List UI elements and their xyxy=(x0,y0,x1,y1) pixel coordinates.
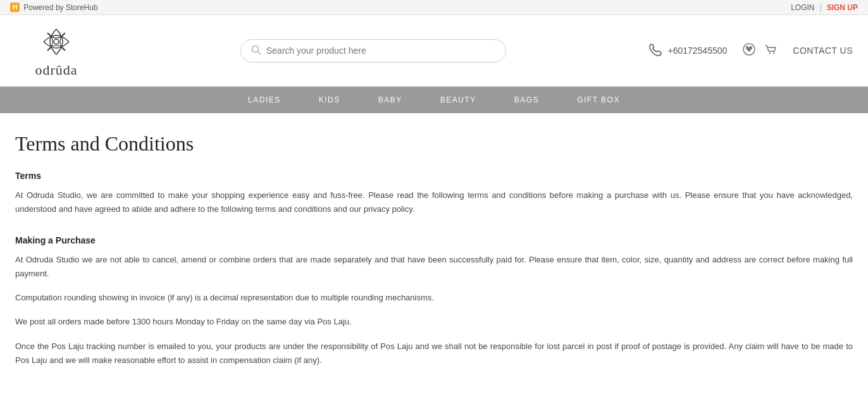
purchase-heading: Making a Purchase xyxy=(15,235,853,245)
storehub-badge: H xyxy=(10,3,20,12)
powered-by-text: Powered by StoreHub xyxy=(23,3,97,12)
terms-heading: Terms xyxy=(15,171,853,181)
phone-icon xyxy=(648,43,662,59)
nav-kids[interactable]: KIDS xyxy=(319,95,340,104)
powered-by-section: H Powered by StoreHub xyxy=(10,3,98,12)
contact-us-label[interactable]: CONTACT US xyxy=(793,46,853,56)
auth-links: LOGIN | SIGN UP xyxy=(791,3,858,12)
search-area xyxy=(110,39,636,63)
logo-area: odrûda xyxy=(15,23,97,78)
content-area: Terms and Conditions Terms At Odruda Stu… xyxy=(0,113,868,403)
purchase-body-1: At Odruda Studio we are not able to canc… xyxy=(15,253,853,281)
header: odrûda +60172545500 xyxy=(0,15,868,87)
nav-ladies[interactable]: LADIES xyxy=(248,95,281,104)
svg-point-4 xyxy=(769,52,771,53)
nav-baby[interactable]: BABY xyxy=(378,95,402,104)
terms-body: At Odruda Studio, we are committed to ma… xyxy=(15,188,853,216)
nav-gift-box[interactable]: GIFT BOX xyxy=(577,95,620,104)
nav-beauty[interactable]: BEAUTY xyxy=(440,95,476,104)
phone-number: +60172545500 xyxy=(667,46,727,56)
purchase-body-4: Once the Pos Laju tracking number is ema… xyxy=(15,340,853,367)
logo-icon xyxy=(37,23,75,61)
cart-icon[interactable] xyxy=(764,42,778,59)
svg-point-0 xyxy=(54,39,59,44)
purchase-body-3: We post all orders made before 1300 hour… xyxy=(15,315,853,329)
phone-area: +60172545500 xyxy=(648,43,727,59)
page-title: Terms and Conditions xyxy=(15,132,853,156)
header-icons xyxy=(742,42,778,59)
svg-point-5 xyxy=(773,52,774,53)
terms-section: Terms At Odruda Studio, we are committed… xyxy=(15,171,853,216)
search-box[interactable] xyxy=(240,39,506,63)
logo-text: odrûda xyxy=(35,62,77,78)
header-right: +60172545500 CONTACT US xyxy=(648,42,853,59)
purchase-body-2: Computation rounding showing in invoice … xyxy=(15,291,853,305)
search-input[interactable] xyxy=(266,46,495,56)
search-icon xyxy=(251,45,261,57)
signup-link[interactable]: SIGN UP xyxy=(827,3,858,12)
purchase-section: Making a Purchase At Odruda Studio we ar… xyxy=(15,235,853,367)
divider: | xyxy=(820,3,822,12)
login-link[interactable]: LOGIN xyxy=(791,3,814,12)
top-bar: H Powered by StoreHub LOGIN | SIGN UP xyxy=(0,0,868,15)
nav-bar: LADIES KIDS BABY BEAUTY BAGS GIFT BOX xyxy=(0,87,868,113)
wishlist-icon[interactable] xyxy=(742,42,756,59)
nav-bags[interactable]: BAGS xyxy=(514,95,539,104)
svg-line-2 xyxy=(257,51,260,54)
